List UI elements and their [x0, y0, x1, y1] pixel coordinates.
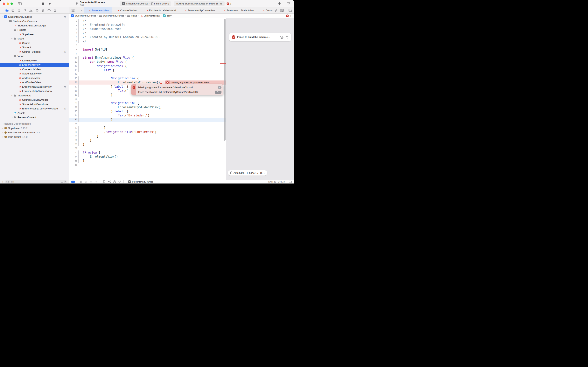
- reports-navigator-icon[interactable]: [53, 8, 57, 13]
- source-editor[interactable]: 1//2// EnrolmentsView.swift3// StudentsA…: [69, 18, 226, 180]
- code-line-23[interactable]: 23 } label: {: [69, 109, 226, 113]
- next-issue-icon[interactable]: ›: [290, 14, 291, 17]
- code-line-1[interactable]: 1//: [69, 19, 226, 23]
- forward-icon[interactable]: ›: [80, 9, 83, 12]
- chevron-icon[interactable]: ›: [1, 16, 4, 18]
- code-line-12[interactable]: 12 NavigationStack {: [69, 64, 226, 68]
- code-line-6[interactable]: 6//: [69, 39, 226, 43]
- share-graph-icon[interactable]: [108, 180, 111, 183]
- toggle-inspector-icon[interactable]: [286, 1, 291, 6]
- tab-courseslistv[interactable]: CoursesListV: [258, 7, 272, 13]
- sidebar-item-enrolmentsbystudentview[interactable]: EnrolmentsByStudentView: [0, 89, 69, 93]
- sidebar-item-helpers[interactable]: ›Helpers: [0, 28, 69, 32]
- source-control-navigator-icon[interactable]: [11, 8, 15, 13]
- tab-course-student[interactable]: Course+Student: [112, 7, 141, 13]
- sidebar-item-studentsandcourses[interactable]: ›StudentsAndCourses: [0, 19, 69, 24]
- sidebar-item-addcourseview[interactable]: AddCourseView: [0, 76, 69, 80]
- editor-only-mode-button[interactable]: [71, 181, 75, 183]
- fix-button[interactable]: Fix: [215, 91, 221, 94]
- sidebar-item-preview-content[interactable]: ›Preview Content: [0, 115, 69, 120]
- sidebar-item-course[interactable]: Course: [0, 41, 69, 45]
- project-navigator-icon[interactable]: [5, 8, 9, 13]
- code-line-36[interactable]: 36: [69, 163, 226, 167]
- sidebar-item-assets[interactable]: Assets: [0, 111, 69, 115]
- tab-enrolmentsview[interactable]: EnrolmentsView: [84, 7, 112, 13]
- jump-to-top-icon[interactable]: [84, 181, 87, 183]
- toggle-navigator-icon[interactable]: [17, 1, 22, 6]
- breadcrumb-item[interactable]: StudentsAndCourses: [99, 15, 124, 17]
- refresh-icon[interactable]: [286, 36, 289, 39]
- source-control-filter-icon[interactable]: [64, 181, 66, 183]
- related-items-icon[interactable]: [72, 9, 75, 12]
- push-up-icon[interactable]: [95, 181, 98, 183]
- code-line-10[interactable]: 10struct EnrolmentsView: View {: [69, 56, 226, 60]
- bookmarks-navigator-icon[interactable]: [17, 8, 21, 13]
- code-line-8[interactable]: 8import SwiftUI: [69, 47, 226, 51]
- filter-field[interactable]: Filter: [5, 180, 67, 183]
- code-line-15[interactable]: 15 NavigationLink {: [69, 76, 226, 81]
- code-line-30[interactable]: 30 }: [69, 138, 226, 142]
- chevron-icon[interactable]: ›: [11, 116, 13, 119]
- code-line-32[interactable]: 32: [69, 146, 226, 150]
- sidebar-item-courseslistview[interactable]: CoursesListView: [0, 67, 69, 72]
- sidebar-item-model[interactable]: ›Model: [0, 37, 69, 41]
- find-navigator-icon[interactable]: [23, 8, 27, 13]
- code-line-31[interactable]: 31}: [69, 142, 226, 146]
- code-line-29[interactable]: 29 }: [69, 134, 226, 138]
- sidebar-item-landingview[interactable]: LandingView: [0, 58, 69, 63]
- add-editor-icon[interactable]: [289, 9, 292, 12]
- sidebar-item-enrolmentsbycourseviewmodel[interactable]: EnrolmentsByCourseViewModelA: [0, 107, 69, 111]
- code-line-4[interactable]: 4//: [69, 31, 226, 35]
- sidebar-item-student[interactable]: Student: [0, 45, 69, 50]
- code-line-7[interactable]: 7: [69, 43, 226, 47]
- chevron-icon[interactable]: ›: [1, 131, 4, 134]
- code-line-3[interactable]: 3// StudentsAndCourses: [69, 27, 226, 31]
- scheme-device[interactable]: iPhone 15 Pro: [154, 2, 169, 5]
- code-line-33[interactable]: 33#Preview {: [69, 150, 226, 155]
- adjacent-editors-icon[interactable]: [80, 181, 82, 183]
- tab-enrolmentsbycourseview[interactable]: EnrolmentsByCourseView: [180, 7, 219, 13]
- toolbar-issues[interactable]: 1: [227, 2, 231, 5]
- pull-down-icon[interactable]: [90, 181, 92, 183]
- minimize-window-button[interactable]: [7, 2, 9, 5]
- recent-files-icon[interactable]: [61, 181, 63, 183]
- close-icon[interactable]: ✕: [218, 86, 221, 89]
- add-icon[interactable]: [277, 1, 282, 6]
- code-line-34[interactable]: 34 EnrolmentsView(): [69, 155, 226, 158]
- sidebar-item-studentsandcoursesapp[interactable]: StudentsAndCoursesApp: [0, 23, 69, 28]
- sidebar-item-viewmodels[interactable]: ›ViewModels: [0, 93, 69, 98]
- stop-button[interactable]: [41, 1, 46, 6]
- diagnostics-icon[interactable]: [280, 36, 284, 39]
- chevron-icon[interactable]: ›: [11, 94, 13, 97]
- tab-enrolments-studentview[interactable]: Enrolments…StudentView: [219, 7, 258, 13]
- code-line-14[interactable]: 14: [69, 72, 226, 76]
- code-line-11[interactable]: 11 var body: some View {: [69, 60, 226, 64]
- code-line-26[interactable]: 26: [69, 122, 226, 126]
- scheme-target[interactable]: StudentsAndCourses: [126, 2, 148, 5]
- issue-badge-icon[interactable]: [286, 14, 289, 17]
- breadcrumb-item[interactable]: EnrolmentsView: [140, 14, 160, 17]
- breadcrumb-item[interactable]: AStudentsAndCourses: [71, 14, 96, 17]
- debug-navigator-icon[interactable]: [41, 8, 45, 13]
- code-line-35[interactable]: 35}: [69, 158, 226, 163]
- editor-panel-icon[interactable]: [289, 181, 292, 183]
- sidebar-item-enrolmentsbycourseview[interactable]: EnrolmentsByCourseViewM: [0, 84, 69, 89]
- chevron-icon[interactable]: ›: [11, 55, 13, 57]
- run-button[interactable]: [47, 1, 52, 6]
- sidebar-item-views[interactable]: ›Views: [0, 54, 69, 58]
- chevron-icon[interactable]: ›: [1, 127, 4, 129]
- code-line-24[interactable]: 24 Text("By student"): [69, 113, 226, 117]
- breadcrumb-item[interactable]: Pbody: [163, 14, 171, 17]
- code-line-9[interactable]: 9: [69, 52, 226, 56]
- add-file-icon[interactable]: +: [2, 180, 3, 183]
- chevron-icon[interactable]: ›: [1, 136, 4, 138]
- sidebar-item-studentslistviewmodel[interactable]: StudentsListViewModel: [0, 102, 69, 107]
- sidebar-item-enrolmentsview[interactable]: EnrolmentsView: [0, 63, 69, 67]
- zoom-window-button[interactable]: [10, 2, 13, 5]
- chevron-icon[interactable]: ›: [6, 20, 8, 22]
- location-arrow-icon[interactable]: [118, 180, 121, 183]
- swap-editor-icon[interactable]: [274, 9, 278, 12]
- inline-error-chip[interactable]: Missing argument for parameter 'view…: [165, 81, 226, 84]
- package-item-swift-concurrency-extras[interactable]: ›swift-concurrency-extras1.1.0: [0, 130, 69, 135]
- sidebar-item-course-student[interactable]: Course+StudentA: [0, 50, 69, 54]
